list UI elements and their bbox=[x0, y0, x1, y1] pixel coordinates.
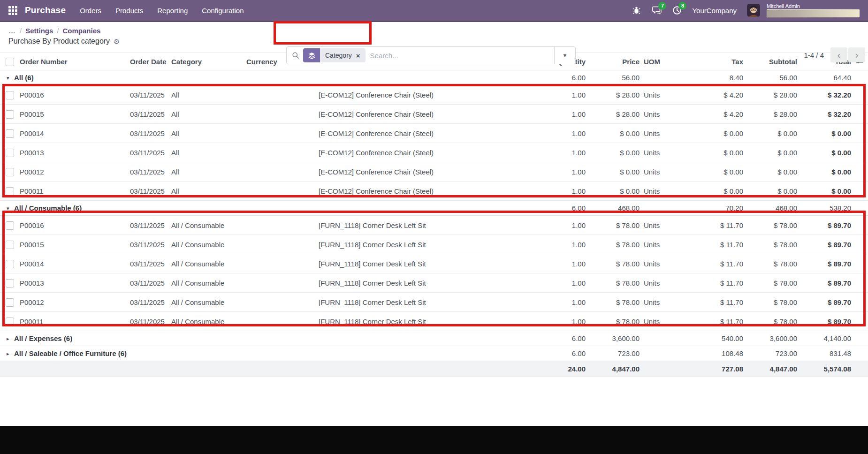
cell-total: $ 89.70 bbox=[797, 293, 851, 312]
group-row[interactable]: ▸All / Saleable / Office Furniture (6) 6… bbox=[0, 346, 868, 361]
cell-tax: $ 11.70 bbox=[685, 293, 743, 312]
cell-total: $ 89.70 bbox=[797, 216, 851, 235]
breadcrumb-ellipsis[interactable]: … bbox=[8, 27, 16, 35]
table-row[interactable]: P00014 03/11/2025 All / Consumable [FURN… bbox=[0, 254, 868, 273]
cell-subtotal: $ 78.00 bbox=[743, 293, 797, 312]
column-header-subtotal[interactable]: Subtotal bbox=[743, 53, 797, 70]
cell-product: [FURN_1118] Corner Desk Left Sit bbox=[317, 293, 521, 312]
cell-product: [FURN_1118] Corner Desk Left Sit bbox=[317, 235, 521, 254]
cell-order-number: P00015 bbox=[18, 235, 128, 254]
group-label: All / Saleable / Office Furniture (6) bbox=[14, 349, 127, 357]
chevron-right-icon: › bbox=[855, 50, 859, 61]
row-checkbox[interactable] bbox=[6, 221, 14, 230]
menu-orders[interactable]: Orders bbox=[80, 7, 101, 15]
cell-order-date: 03/11/2025 bbox=[128, 216, 169, 235]
group-row[interactable]: ▸All / Expenses (6) 6.00 3,600.00 540.00… bbox=[0, 331, 868, 346]
search-input[interactable] bbox=[365, 52, 554, 60]
table-row[interactable]: P00012 03/11/2025 All / Consumable [FURN… bbox=[0, 293, 868, 312]
row-checkbox[interactable] bbox=[6, 110, 14, 119]
cell-price: $ 28.00 bbox=[586, 105, 640, 124]
cell-quantity: 1.00 bbox=[521, 182, 586, 201]
search-facet-category[interactable]: Category × bbox=[303, 48, 365, 62]
chevron-left-icon: ‹ bbox=[838, 50, 841, 61]
cell-category: All bbox=[169, 162, 244, 182]
table-row[interactable]: P00011 03/11/2025 All [E-COM12] Conferen… bbox=[0, 182, 868, 201]
column-header-uom[interactable]: UOM bbox=[640, 53, 685, 70]
facet-label: Category bbox=[325, 52, 352, 59]
row-checkbox[interactable] bbox=[6, 168, 14, 176]
facet-close-icon[interactable]: × bbox=[356, 52, 360, 59]
table-row[interactable]: P00013 03/11/2025 All / Consumable [FURN… bbox=[0, 273, 868, 293]
company-switcher[interactable]: YourCompany bbox=[692, 7, 737, 15]
table-row[interactable]: P00013 03/11/2025 All [E-COM12] Conferen… bbox=[0, 143, 868, 162]
row-checkbox[interactable] bbox=[6, 129, 14, 138]
row-checkbox[interactable] bbox=[6, 318, 14, 326]
cell-order-number: P00014 bbox=[18, 124, 128, 143]
row-checkbox[interactable] bbox=[6, 187, 14, 196]
cell-currency bbox=[244, 216, 317, 235]
search-bar: Category × ▼ bbox=[286, 46, 576, 64]
activities-icon[interactable]: 8 bbox=[672, 6, 682, 15]
cell-order-date: 03/11/2025 bbox=[128, 105, 169, 124]
breadcrumb-settings[interactable]: Settings bbox=[25, 27, 53, 35]
messages-icon[interactable]: 7 bbox=[652, 6, 662, 15]
totals-row: 24.00 4,847.00 727.08 4,847.00 5,574.08 bbox=[0, 361, 868, 377]
row-checkbox[interactable] bbox=[6, 298, 14, 307]
cell-currency bbox=[244, 105, 317, 124]
table-row[interactable]: P00015 03/11/2025 All [E-COM12] Conferen… bbox=[0, 105, 868, 124]
row-checkbox[interactable] bbox=[6, 241, 14, 249]
column-header-tax[interactable]: Tax bbox=[685, 53, 743, 70]
search-dropdown-toggle[interactable]: ▼ bbox=[554, 47, 575, 64]
cell-currency bbox=[244, 182, 317, 201]
column-header-category[interactable]: Category bbox=[169, 53, 244, 70]
user-menu[interactable]: Mitchell Admin bbox=[767, 3, 860, 17]
row-checkbox[interactable] bbox=[6, 279, 14, 288]
cell-category: All bbox=[169, 85, 244, 105]
table-row[interactable]: P00016 03/11/2025 All [E-COM12] Conferen… bbox=[0, 85, 868, 105]
cell-total: $ 89.70 bbox=[797, 273, 851, 293]
cell-order-date: 03/11/2025 bbox=[128, 85, 169, 105]
column-header-price[interactable]: Price bbox=[586, 53, 640, 70]
action-gear-icon[interactable]: ⚙ bbox=[114, 38, 120, 45]
group-caret-icon[interactable]: ▸ bbox=[7, 351, 14, 357]
table-row[interactable]: P00011 03/11/2025 All / Consumable [FURN… bbox=[0, 312, 868, 331]
cell-quantity: 1.00 bbox=[521, 273, 586, 293]
menu-reporting[interactable]: Reporting bbox=[157, 7, 188, 15]
table-row[interactable]: P00012 03/11/2025 All [E-COM12] Conferen… bbox=[0, 162, 868, 182]
app-name[interactable]: Purchase bbox=[25, 5, 66, 15]
user-avatar[interactable] bbox=[747, 4, 760, 17]
cell-order-date: 03/11/2025 bbox=[128, 254, 169, 273]
cell-subtotal: $ 78.00 bbox=[743, 312, 797, 331]
row-checkbox[interactable] bbox=[6, 91, 14, 99]
apps-grid-icon[interactable] bbox=[8, 6, 17, 15]
group-price: 3,600.00 bbox=[586, 331, 640, 346]
group-row[interactable]: ▾All (6) 6.00 56.00 8.40 56.00 64.40 bbox=[0, 70, 868, 85]
group-caret-icon[interactable]: ▸ bbox=[7, 336, 14, 342]
table-row[interactable]: P00015 03/11/2025 All / Consumable [FURN… bbox=[0, 235, 868, 254]
group-row[interactable]: ▾All / Consumable (6) 6.00 468.00 70.20 … bbox=[0, 201, 868, 216]
pager-next-button[interactable]: › bbox=[848, 47, 865, 62]
breadcrumb-companies[interactable]: Companies bbox=[63, 27, 101, 35]
cell-total: $ 0.00 bbox=[797, 143, 851, 162]
row-checkbox[interactable] bbox=[6, 260, 14, 268]
report-table-body: ▾All (6) 6.00 56.00 8.40 56.00 64.40 P00… bbox=[0, 70, 868, 361]
pager-previous-button[interactable]: ‹ bbox=[830, 47, 847, 62]
table-row[interactable]: P00014 03/11/2025 All [E-COM12] Conferen… bbox=[0, 124, 868, 143]
select-all-checkbox[interactable] bbox=[6, 58, 14, 66]
menu-configuration[interactable]: Configuration bbox=[202, 7, 244, 15]
cell-order-date: 03/11/2025 bbox=[128, 273, 169, 293]
bug-icon[interactable] bbox=[632, 6, 641, 15]
group-total: 4,140.00 bbox=[797, 331, 851, 346]
cell-price: $ 78.00 bbox=[586, 312, 640, 331]
column-header-order-number[interactable]: Order Number bbox=[18, 53, 128, 70]
group-caret-icon[interactable]: ▾ bbox=[7, 205, 14, 212]
systray: 7 8 YourCompany Mitchell Admin bbox=[632, 3, 860, 17]
menu-products[interactable]: Products bbox=[115, 7, 143, 15]
group-caret-icon[interactable]: ▾ bbox=[7, 75, 14, 81]
row-checkbox[interactable] bbox=[6, 149, 14, 157]
table-row[interactable]: P00016 03/11/2025 All / Consumable [FURN… bbox=[0, 216, 868, 235]
cell-product: [E-COM12] Conference Chair (Steel) bbox=[317, 124, 521, 143]
cell-uom: Units bbox=[640, 162, 685, 182]
cell-order-date: 03/11/2025 bbox=[128, 182, 169, 201]
column-header-order-date[interactable]: Order Date bbox=[128, 53, 169, 70]
